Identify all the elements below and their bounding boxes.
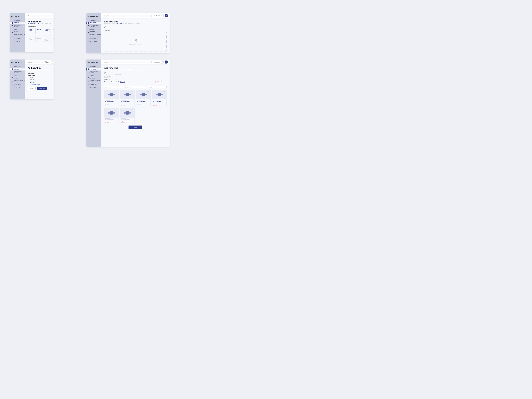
circles-filter-label: CIRCLES : — [104, 84, 124, 85]
sidebar-item-profile-p4[interactable]: MY PROFILE — [86, 86, 101, 89]
cancel-button[interactable]: Cancel — [28, 87, 36, 90]
gear-btn-panel4[interactable]: ⚙ — [165, 61, 168, 63]
search-input-panel4[interactable] — [103, 61, 152, 63]
file-checkbox-0[interactable] — [117, 91, 118, 92]
sidebar-item-add-files[interactable]: ADD FILES — [10, 22, 25, 24]
file-actions-1 — [121, 105, 134, 106]
action-dot-4[interactable] — [121, 105, 122, 106]
action-dot-2[interactable] — [107, 104, 108, 105]
sidebar-item-add-files-p4[interactable]: ADD FILES — [86, 68, 101, 70]
sidebar-item-profile[interactable]: MY PROFILE — [10, 40, 25, 43]
sidebar-item-homepage-p3[interactable]: HOMEPAGE — [86, 19, 101, 22]
category-spare-parts[interactable]: SPARE PARTS 812 ITEMS — [44, 35, 51, 42]
sidebar-item-contributor-p4[interactable]: CONTRIBUTOR UPLOAD — [86, 70, 101, 74]
action-dot-10[interactable] — [153, 105, 154, 106]
users-filter-group: USERS : Edit users ▾ — [125, 84, 145, 88]
sidebar-item-users[interactable]: USERS — [10, 28, 25, 31]
path-tree-logo[interactable]: LOGO — [28, 77, 54, 78]
sidebar-item-add-files-p3[interactable]: ADD FILES — [86, 22, 101, 24]
sidebar-item-circles-p4[interactable]: CIRCLES — [86, 77, 101, 79]
sidebar-item-circles[interactable]: CIRCLES — [10, 31, 25, 33]
action-dot-11[interactable] — [154, 105, 155, 106]
sidebar-item-notifications[interactable]: NOTIFICATIONS/ALERT — [10, 33, 25, 36]
file-preview-1 — [122, 91, 132, 98]
homepage-icon-p3 — [88, 20, 89, 21]
file-checkbox-5[interactable] — [133, 109, 134, 110]
action-dot-5[interactable] — [122, 105, 124, 106]
sidebar-item-circles-p3[interactable]: CIRCLES — [86, 31, 101, 33]
action-dot-13[interactable] — [105, 122, 106, 123]
sidebar-item-homepage-p2[interactable]: HOMEPAGE — [10, 65, 25, 68]
action-dot-9[interactable] — [140, 104, 141, 105]
upload-files-button[interactable]: upload files — [37, 87, 47, 90]
file-checkbox-4[interactable] — [117, 109, 118, 110]
heart-btn-panel2[interactable]: ♡ — [51, 61, 53, 63]
action-dot-14[interactable] — [107, 122, 108, 123]
breadcrumb-panel2: SELECT DESTINATION • UPLOAD FILES • RECA… — [28, 70, 54, 71]
action-dot-6[interactable] — [124, 105, 125, 106]
action-dot-1[interactable] — [105, 104, 106, 105]
users-dropdown[interactable]: Edit users ▾ — [125, 86, 145, 88]
sidebar-item-homepage[interactable]: HOMEPAGE — [10, 19, 25, 22]
svg-rect-6 — [126, 93, 129, 96]
heart-btn-panel4[interactable]: ♡ — [161, 61, 164, 63]
sidebar-item-contributor[interactable]: CONTRIBUTOR UPLOAD — [10, 24, 25, 28]
sidebar-item-wishlist-p3[interactable]: MY WISHLIST — [86, 37, 101, 40]
category-events[interactable]: EVENTS 678 ITEMS — [35, 28, 43, 34]
sidebar-item-wishlist-p4[interactable]: MY WISHLIST — [86, 83, 101, 86]
sidebar-item-notifications-p4[interactable]: NOTIFICATIONS/ALERT — [86, 79, 101, 82]
search-input-panel2[interactable] — [27, 61, 44, 63]
heart-btn-panel3[interactable]: ♡ — [161, 14, 164, 17]
sidebar-item-wishlist-p2[interactable]: MY WISHLIST — [10, 83, 25, 86]
path-tree: BRAND IDENTITY LOGO 2016 2017 — [28, 75, 54, 85]
sidebar-item-add-files-p2[interactable]: ADD FILES — [10, 68, 25, 70]
gear-btn-panel3[interactable]: ⚙ — [165, 14, 168, 17]
category-brand-identity[interactable]: BRAND IDENTITY 123 ITEMS — [28, 28, 34, 34]
action-dot-16[interactable] — [121, 122, 122, 123]
add-new-folder-btn[interactable]: ＋ ADD NEW FOLDER — [28, 83, 54, 85]
sidebar-item-profile-p3[interactable]: MY PROFILE — [86, 40, 101, 43]
file-info-0: SPONSOR BRAND IDENTITY Logo Richard Mill… — [104, 99, 119, 106]
sidebar-item-circles-p2[interactable]: CIRCLES — [10, 77, 25, 79]
select-all-link[interactable]: Select All — [120, 81, 125, 82]
upload-dropzone[interactable]: UPLOADING 6 FILES — [104, 32, 167, 52]
category-stores[interactable]: STORES 890 ITEMS — [28, 35, 34, 42]
sidebar-item-notifications-p3[interactable]: NOTIFICATIONS/ALERT — [86, 33, 101, 36]
sidebar-item-contributor-p2[interactable]: CONTRIBUTOR UPLOAD — [10, 70, 25, 74]
sidebar-item-notifications-p2[interactable]: NOTIFICATIONS/ALERT — [10, 79, 25, 82]
header-panel1: Hello, Dimitri ♡ ⚙ — [25, 13, 54, 19]
path-tree-2018[interactable]: 2018 — [28, 82, 54, 83]
search-input-panel3[interactable] — [103, 15, 152, 17]
sidebar-item-profile-p2[interactable]: MY PROFILE — [10, 86, 25, 89]
category-archives[interactable]: ARCHIVES 502 ITEMS — [52, 35, 54, 42]
valid-button[interactable]: Valid — [128, 126, 142, 129]
path-tree-2017[interactable]: 2017 — [28, 80, 54, 82]
delete-selected-button[interactable]: 🗑 Delete selected files — [155, 81, 167, 82]
category-collections[interactable]: COLLECTIONS 352 ITEMS — [52, 28, 54, 34]
action-dot-18[interactable] — [124, 122, 125, 123]
tags-dropdown[interactable]: Edit tags ▾ — [147, 86, 167, 88]
action-dot-12[interactable] — [156, 105, 157, 106]
action-dot-17[interactable] — [122, 122, 124, 123]
action-dot-3[interactable] — [108, 104, 109, 105]
file-checkbox-1[interactable] — [133, 91, 134, 92]
file-checkbox-2[interactable] — [148, 91, 150, 92]
action-dot-7[interactable] — [137, 104, 138, 105]
category-servicing[interactable]: SERVICING 345 ITEMS — [35, 35, 43, 42]
action-dot-15[interactable] — [108, 122, 109, 123]
circles-icon-p4 — [88, 77, 89, 79]
file-checkbox-3[interactable] — [165, 91, 166, 92]
users-icon — [12, 29, 13, 30]
search-input-panel1[interactable] — [27, 15, 54, 17]
category-savoir-faire[interactable]: SAVOIR-FAIRE 435 ITEMS — [44, 28, 51, 34]
sidebar-item-contributor-p3[interactable]: CONTRIBUTOR UPLOAD — [86, 24, 101, 28]
circles-dropdown[interactable]: Edit circles ▾ — [104, 86, 124, 88]
sidebar-item-homepage-p4[interactable]: HOMEPAGE — [86, 65, 101, 68]
sidebar-item-users-p2[interactable]: USERS — [10, 74, 25, 77]
path-tree-2016[interactable]: 2016 — [28, 78, 54, 80]
sidebar-item-users-p4[interactable]: USERS — [86, 74, 101, 77]
sidebar-item-wishlist[interactable]: MY WISHLIST — [10, 37, 25, 40]
selection-count: 0 of 6 — [116, 81, 119, 82]
sidebar-item-users-p3[interactable]: USERS — [86, 28, 101, 31]
action-dot-8[interactable] — [139, 104, 139, 105]
